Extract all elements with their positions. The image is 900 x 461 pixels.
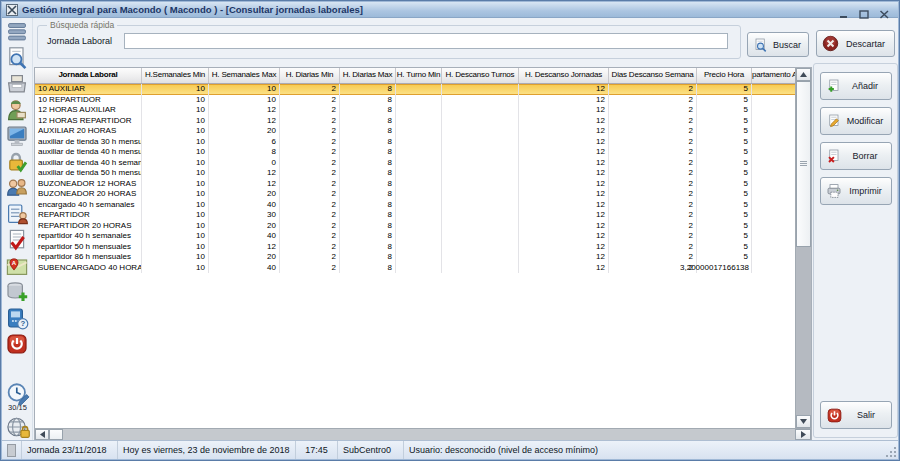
table-cell: 8: [340, 126, 396, 137]
borrar-button[interactable]: Borrar: [820, 142, 892, 170]
table-cell: 20: [209, 221, 280, 232]
table-cell: 2: [280, 263, 340, 274]
app-window: Gestión Integral para Macondo ( Macondo …: [0, 0, 900, 461]
table-cell: [396, 147, 442, 158]
power-icon: [826, 407, 843, 424]
minimize-button[interactable]: [839, 5, 850, 14]
table-cell: [396, 242, 442, 253]
clock-edit-icon[interactable]: [6, 381, 30, 405]
table-row[interactable]: 12 HORAS AUXILIAR1012281225: [35, 105, 796, 116]
power-icon[interactable]: [5, 332, 29, 356]
table-cell: 10 REPARTIDOR: [35, 95, 142, 106]
phone-help-icon[interactable]: ?: [5, 306, 29, 330]
column-header-6[interactable]: H. Turno Min: [396, 68, 442, 83]
table-cell: [752, 116, 796, 127]
table-cell: [442, 252, 519, 263]
column-header-2[interactable]: H.Semanales Min: [142, 68, 209, 83]
table-cell: [396, 263, 442, 274]
map-marker-icon[interactable]: A: [5, 254, 29, 278]
column-header-3[interactable]: H. Semanales Max: [209, 68, 280, 83]
globe-lock-icon[interactable]: [6, 415, 30, 439]
table-row[interactable]: encargado 40 h semanales1040281225: [35, 200, 796, 211]
scroll-left-button[interactable]: [35, 429, 49, 440]
table-row[interactable]: SUBENCARGADO 40 HORAS1040281223,20000017…: [35, 263, 796, 274]
table-row[interactable]: auxiliar de tienda 40 h mensuales1082812…: [35, 147, 796, 158]
people-icon[interactable]: [5, 176, 29, 200]
table-row[interactable]: repartidor 50 h mensuales1012281225: [35, 242, 796, 253]
table-cell: 10 AUXILIAR: [35, 84, 142, 95]
table-row[interactable]: 10 REPARTIDOR1010281225: [35, 95, 796, 106]
column-header-5[interactable]: H. Diarias Max: [340, 68, 396, 83]
table-cell: [752, 95, 796, 106]
table-row[interactable]: repartidor 40 h semanales1040281225: [35, 231, 796, 242]
horizontal-scroll-thumb[interactable]: [49, 429, 63, 440]
table-cell: 8: [340, 84, 396, 95]
list-person-icon[interactable]: [5, 202, 29, 226]
monitor-icon[interactable]: [5, 124, 29, 148]
table-cell: [752, 84, 796, 95]
vertical-scroll-thumb[interactable]: [796, 81, 811, 247]
column-header-9[interactable]: Dias Descanso Semana: [609, 68, 697, 83]
document-check-icon[interactable]: [5, 228, 29, 252]
table-cell: 12: [519, 231, 609, 242]
table-cell: [396, 179, 442, 190]
table-cell: [396, 231, 442, 242]
table-row[interactable]: REPARTIDOR 20 HORAS1020281225: [35, 221, 796, 232]
search-document-icon[interactable]: [5, 46, 29, 70]
descartar-button[interactable]: Descartar: [816, 30, 895, 57]
menu-icon[interactable]: [5, 20, 29, 44]
column-header-11[interactable]: partamento Al: [752, 68, 796, 83]
table-cell: [396, 168, 442, 179]
table-row[interactable]: BUZONEADOR 20 HORAS1020281225: [35, 189, 796, 200]
table-cell: [442, 105, 519, 116]
cash-register-icon[interactable]: [5, 72, 29, 96]
salir-button[interactable]: Salir: [820, 401, 892, 429]
table-row[interactable]: 12 HORAS REPARTIDOR1012281225: [35, 116, 796, 127]
column-header-10[interactable]: Precio Hora: [697, 68, 752, 83]
table-cell: 10: [142, 263, 209, 274]
modificar-button[interactable]: Modificar: [820, 107, 892, 135]
table-cell: 5: [697, 116, 752, 127]
jornada-laboral-input[interactable]: [124, 33, 728, 49]
imprimir-button[interactable]: Imprimir: [820, 177, 892, 205]
table-row[interactable]: auxiliar de tienda 50 h mensuales1012281…: [35, 168, 796, 179]
close-button[interactable]: [879, 5, 890, 14]
horizontal-scrollbar[interactable]: [35, 428, 811, 440]
table-cell: 2: [609, 84, 697, 95]
vertical-scrollbar[interactable]: [795, 68, 811, 428]
scroll-right-button[interactable]: [795, 429, 811, 440]
table-row[interactable]: BUZONEADOR 12 HORAS1012281225: [35, 179, 796, 190]
maximize-button[interactable]: [859, 5, 870, 14]
table-cell: 12: [519, 126, 609, 137]
resize-grip[interactable]: [884, 445, 898, 459]
courier-person-icon[interactable]: [5, 98, 29, 122]
lock-check-icon[interactable]: [5, 150, 29, 174]
table-row[interactable]: AUXILIAR 20 HORAS1020281225: [35, 126, 796, 137]
table-cell: 8: [340, 158, 396, 169]
table-row[interactable]: auxiliar de tienda 40 h semanales1002812…: [35, 158, 796, 169]
column-header-1[interactable]: Jornada Laboral: [35, 68, 142, 83]
sidebar-icons: A?: [2, 18, 33, 440]
table-cell: 8: [340, 221, 396, 232]
column-header-4[interactable]: H. Diarias Min: [280, 68, 340, 83]
column-header-7[interactable]: H. Descanso Turnos: [442, 68, 519, 83]
table-cell: 10: [142, 116, 209, 127]
table-cell: [752, 126, 796, 137]
table-row[interactable]: REPARTIDOR1030281225: [35, 210, 796, 221]
table-row[interactable]: repartidor 86 h mensuales1020281225: [35, 252, 796, 263]
buscar-button[interactable]: Buscar: [747, 32, 809, 57]
table-cell: 2: [280, 95, 340, 106]
table-row[interactable]: 10 AUXILIAR1010281225: [35, 84, 796, 95]
table-cell: 5: [697, 95, 752, 106]
scroll-down-button[interactable]: [796, 415, 811, 428]
scroll-up-button[interactable]: [796, 68, 811, 81]
table-cell: 2: [609, 126, 697, 137]
database-add-icon[interactable]: [5, 280, 29, 304]
table-cell: [442, 179, 519, 190]
anadir-button[interactable]: Añadir: [820, 72, 892, 100]
quick-search-group: Búsqueda rápida Jornada Laboral: [37, 25, 741, 59]
column-header-8[interactable]: H. Descanso Jornadas: [519, 68, 609, 83]
table-row[interactable]: auxiliar de tienda 30 h mensuales1062812…: [35, 137, 796, 148]
table-cell: BUZONEADOR 20 HORAS: [35, 189, 142, 200]
table-cell: repartidor 86 h mensuales: [35, 252, 142, 263]
